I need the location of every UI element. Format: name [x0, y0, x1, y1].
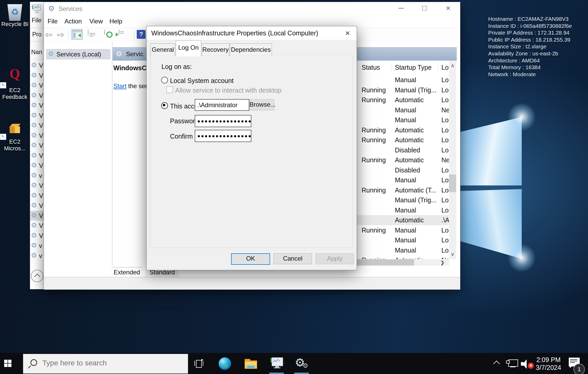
forward-arrow-icon[interactable]: ⇨	[57, 30, 64, 39]
horizontal-scrollbar[interactable]: ❯	[357, 259, 449, 266]
background-service-row[interactable]: ⚙V	[30, 91, 44, 101]
service-row[interactable]: ManualLo	[357, 205, 449, 215]
account-input[interactable]	[195, 99, 249, 111]
background-service-row[interactable]: ⚙V	[30, 120, 44, 131]
password-input[interactable]: ●●●●●●●●●●●●●●●	[195, 115, 251, 127]
tab-recovery[interactable]: Recovery	[202, 43, 229, 56]
desktop-icon-ec2-micro[interactable]: ↖ EC2 Micros...	[1, 124, 29, 152]
desktop-icon-ec2-feedback[interactable]: Q ↖ EC2 Feedback	[1, 67, 29, 100]
interact-desktop-checkbox[interactable]	[166, 86, 173, 93]
dialog-titlebar[interactable]: WindowsChaosInfrastructure Properties (L…	[147, 26, 357, 40]
ok-button[interactable]: OK	[231, 253, 270, 265]
column-logon[interactable]: Lo	[441, 64, 449, 71]
refresh-icon[interactable]	[104, 30, 105, 35]
background-service-row[interactable]: ⚙V	[30, 80, 44, 91]
column-startup-type[interactable]: Startup Type	[395, 64, 432, 71]
help-icon[interactable]: ?	[137, 30, 146, 39]
start-service-link[interactable]: Start	[113, 82, 127, 89]
minimize-button[interactable]: ─	[393, 2, 409, 15]
menu-file[interactable]: File	[48, 18, 58, 25]
service-row[interactable]: ManualNe	[357, 105, 449, 115]
background-service-row[interactable]: ⚙V	[30, 70, 44, 81]
start-button[interactable]	[0, 353, 17, 374]
menu-help[interactable]: Help	[109, 18, 122, 25]
service-row[interactable]: Manual (Trig...Lo	[357, 195, 449, 205]
background-service-row[interactable]: ⚙v	[30, 251, 44, 261]
tab-extended[interactable]: Extended	[109, 267, 145, 278]
service-row[interactable]: ManualLo	[357, 175, 449, 185]
maximize-button[interactable]: □	[416, 2, 433, 15]
scroll-up-circle-button[interactable]	[31, 270, 43, 282]
services-taskbar-icon[interactable]: ⚙⚙	[295, 356, 309, 370]
monitor-app-taskbar-icon[interactable]	[271, 357, 283, 369]
background-service-row[interactable]: ⚙V	[30, 151, 44, 161]
network-icon[interactable]	[506, 359, 518, 368]
apply-button[interactable]: Apply	[316, 253, 354, 264]
service-row[interactable]: ManualLo	[357, 115, 449, 125]
background-service-row[interactable]: ⚙v	[30, 171, 44, 181]
background-service-row[interactable]: ⚙V	[30, 201, 44, 211]
tab-log-on[interactable]: Log On	[176, 40, 201, 56]
service-row[interactable]: RunningAutomaticLo	[357, 95, 449, 105]
close-button[interactable]: ×	[440, 2, 456, 15]
console-tree-toggle-button[interactable]	[71, 29, 83, 40]
taskbar-clock[interactable]: 2:09 PM 3/7/2024	[535, 356, 562, 371]
background-window-pro-button[interactable]: Pro	[32, 31, 42, 38]
taskbar-search[interactable]	[23, 354, 188, 374]
export-list-icon[interactable]	[119, 30, 119, 35]
background-window-name-column[interactable]: Nan	[31, 49, 42, 56]
background-window-file-menu[interactable]: File	[32, 17, 41, 24]
background-service-row[interactable]: ⚙v	[30, 241, 44, 251]
service-row[interactable]: ManualLo	[357, 245, 449, 255]
task-view-button[interactable]	[194, 359, 203, 368]
file-explorer-icon[interactable]	[245, 359, 257, 369]
confirm-password-input[interactable]: ●●●●●●●●●●●●●●●	[195, 130, 251, 142]
dialog-close-icon[interactable]: ×	[341, 27, 355, 39]
vertical-scrollbar[interactable]: ∧ ∨	[449, 61, 456, 259]
background-service-row[interactable]: ⚙V	[30, 131, 44, 141]
scroll-right-icon[interactable]: ❯	[440, 260, 445, 266]
edge-browser-icon[interactable]	[219, 357, 231, 370]
background-service-row[interactable]: ⚙V	[30, 140, 44, 151]
service-row[interactable]: RunningManual (Trig...Lo	[357, 85, 449, 95]
service-row[interactable]: RunningAutomatic (T...Lo	[357, 185, 449, 195]
service-row[interactable]: RunningAutomaticNe	[357, 255, 449, 259]
background-service-row[interactable]: ⚙V	[30, 111, 44, 121]
search-input[interactable]	[42, 359, 178, 367]
scroll-down-icon[interactable]: ∨	[449, 249, 456, 259]
service-row[interactable]: RunningManualLo	[357, 225, 449, 235]
this-account-radio[interactable]	[161, 102, 168, 109]
tree-item-services-local[interactable]: ⚙ Services (Local)	[46, 49, 110, 59]
properties-icon[interactable]	[88, 30, 88, 35]
tab-dependencies[interactable]: Dependencies	[230, 43, 272, 56]
menu-action[interactable]: Action	[64, 18, 82, 25]
background-service-row[interactable]: ⚙V	[30, 160, 44, 171]
services-titlebar[interactable]: ⚙ Services ─ □ ×	[44, 2, 460, 15]
vertical-scroll-thumb[interactable]	[449, 175, 456, 192]
service-row[interactable]: RunningAutomaticLo	[357, 125, 449, 135]
cancel-button[interactable]: Cancel	[273, 253, 312, 264]
tab-general[interactable]: General	[151, 43, 175, 56]
background-service-row[interactable]: ⚙V	[30, 180, 44, 191]
horizontal-scroll-thumb[interactable]	[357, 259, 414, 266]
service-row[interactable]: RunningAutomaticNe	[357, 155, 449, 165]
service-row[interactable]: RunningAutomaticLo	[357, 135, 449, 145]
background-service-row[interactable]: ⚙V	[30, 191, 44, 201]
background-service-row[interactable]: ⚙V	[30, 60, 44, 70]
scroll-up-icon[interactable]: ∧	[449, 61, 456, 70]
local-system-radio[interactable]	[161, 77, 168, 83]
background-service-row[interactable]: ⚙V	[30, 211, 44, 221]
background-service-row[interactable]: ⚙V	[30, 221, 44, 231]
menu-view[interactable]: View	[89, 18, 103, 25]
background-service-row[interactable]: ⚙V	[30, 100, 44, 111]
column-status[interactable]: Status	[362, 64, 380, 71]
service-row[interactable]: DisabledLo	[357, 145, 449, 155]
service-row[interactable]: DisabledLo	[357, 165, 449, 175]
desktop-icon-recycle-bin[interactable]: ♻ Recycle Bi	[1, 4, 29, 28]
service-row[interactable]: ManualLo	[357, 75, 449, 85]
volume-muted-icon[interactable]: ✕	[521, 359, 534, 369]
back-arrow-icon[interactable]: ⇦	[45, 30, 53, 39]
background-service-row[interactable]: ⚙V	[30, 231, 44, 241]
browse-button[interactable]: Browse...	[249, 99, 274, 110]
service-row[interactable]: ManualLo	[357, 235, 449, 245]
